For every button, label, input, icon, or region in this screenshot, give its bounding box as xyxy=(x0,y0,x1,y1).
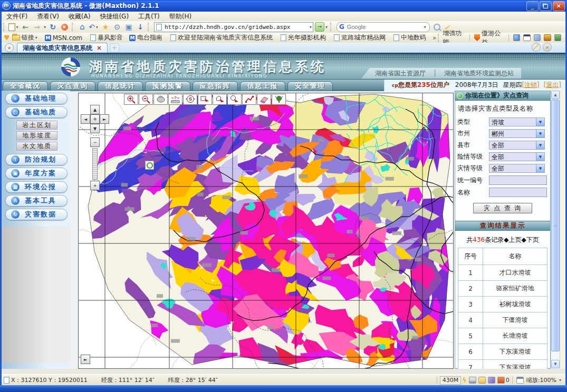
go-button[interactable]: → xyxy=(315,22,324,32)
location-marker-icon[interactable] xyxy=(145,161,154,170)
address-dropdown-icon[interactable]: ▾ xyxy=(309,25,313,30)
proxy-icon[interactable] xyxy=(513,34,520,41)
tabbar-tools-button[interactable] xyxy=(532,43,541,52)
disaster-level-select[interactable]: 全部▼ xyxy=(489,164,545,173)
zoom-slider-plus-button[interactable]: + xyxy=(90,181,100,190)
history-dropdown-icon[interactable]: ▾ xyxy=(43,22,47,32)
table-row[interactable]: 2骆家恒矿滑地 xyxy=(458,281,547,297)
zoom-slider-minus-button[interactable]: − xyxy=(90,138,100,147)
county-select[interactable]: 全部▼ xyxy=(489,141,545,150)
print-icon[interactable] xyxy=(469,377,476,384)
tab-active[interactable]: 湖南省地质灾害信息系统 × xyxy=(17,43,108,53)
pan-right-button[interactable]: ► xyxy=(100,114,109,124)
zoom-in-tool[interactable] xyxy=(124,94,138,105)
plugin-icon[interactable] xyxy=(544,34,551,41)
link-item[interactable]: 欢迎登陆湖南省地质灾害信息系统 xyxy=(169,33,273,42)
restore-button[interactable] xyxy=(540,1,552,11)
refresh-button[interactable]: ↻ xyxy=(47,22,59,32)
scale-tool[interactable]: S xyxy=(183,94,197,105)
nav-tab-report[interactable]: 信息上报 xyxy=(240,81,285,91)
book-icon[interactable] xyxy=(488,377,495,384)
tab-close-icon[interactable]: × xyxy=(97,44,102,52)
sidebar-item-annual-plan[interactable]: ▣年度方案 xyxy=(5,168,68,179)
sidebar-subitem-terrain-slope[interactable]: 地形坡度 xyxy=(16,131,57,140)
menu-groups[interactable]: 快捷组(G) xyxy=(95,12,133,21)
sidebar-subitem-hydrogeology[interactable]: 水文地质 xyxy=(16,142,57,151)
link-item[interactable]: 览路城市精品网 xyxy=(332,33,386,42)
folder-icon[interactable] xyxy=(478,377,486,384)
table-row[interactable]: 6下东溪滑坡 xyxy=(458,344,547,360)
pan-tool[interactable] xyxy=(153,94,168,105)
boost-icon[interactable]: ϟ xyxy=(462,376,467,384)
stop-button[interactable]: × xyxy=(59,22,70,32)
home-button[interactable]: ⌂ xyxy=(76,22,88,32)
tab-list-star-button[interactable]: ★ xyxy=(5,43,14,52)
zoom-slider[interactable] xyxy=(92,148,98,180)
link-item[interactable]: MMSN.com xyxy=(45,34,82,42)
links-overflow-button[interactable]: » xyxy=(433,34,436,42)
sidebar-item-disaster-data[interactable]: ↻灾害数据 xyxy=(5,209,68,220)
table-row[interactable]: 5长塘滑坡 xyxy=(458,328,547,344)
menu-file[interactable]: 文件(F) xyxy=(2,12,32,21)
pan-center-button[interactable]: ✛ xyxy=(90,114,100,124)
sidebar-item-prevention-plan[interactable]: T防治规划 xyxy=(5,154,68,165)
nav-tab-statistics[interactable]: 信息统计 xyxy=(98,81,143,91)
menu-view[interactable]: 查看(V) xyxy=(32,12,64,21)
name-input[interactable] xyxy=(489,188,547,197)
table-row[interactable]: 7下东溪滑坡 xyxy=(458,360,547,369)
links-folder[interactable]: 链接▾ xyxy=(12,33,39,42)
pan-down-button[interactable]: ▼ xyxy=(90,124,100,133)
undo-button[interactable]: ↶▾ xyxy=(88,22,100,32)
menu-tools[interactable]: 工具(T) xyxy=(133,12,165,21)
scroll-up-button[interactable]: ▲ xyxy=(551,91,560,99)
eraser-tool[interactable] xyxy=(257,94,271,105)
link-item[interactable]: 光年摄影机构 xyxy=(279,33,326,42)
map-container[interactable]: ? S ▲ ◄ ✛ ► ▼ − + ► xyxy=(78,93,454,369)
magic-wand-button[interactable]: ★ xyxy=(100,22,111,32)
favorites-heart-icon[interactable]: ♥ xyxy=(4,34,10,42)
exit-link[interactable]: [退出] xyxy=(544,81,561,89)
menu-help[interactable]: 帮助(H) xyxy=(165,12,196,21)
search-input[interactable] xyxy=(346,23,423,31)
scroll-down-button[interactable]: ▼ xyxy=(551,360,560,368)
link-item[interactable]: 中地数码 xyxy=(392,33,426,42)
pan-bottom-left-button[interactable]: ► xyxy=(81,355,90,364)
new-tab-button[interactable]: + xyxy=(110,43,119,52)
address-input[interactable] xyxy=(164,23,309,31)
zoom-out-tool[interactable] xyxy=(139,94,153,105)
select-rectangle-tool[interactable] xyxy=(198,94,212,105)
table-row[interactable]: 1才口水滑坡 xyxy=(458,265,547,281)
menu-favorites[interactable]: 收藏(A) xyxy=(64,12,95,21)
danger-level-select[interactable]: 全部▼ xyxy=(489,152,545,161)
sidebar-item-env-bulletin[interactable]: ▦环境公报 xyxy=(5,181,68,193)
search-icon[interactable] xyxy=(434,24,440,31)
link-item[interactable]: 暴风影音 xyxy=(89,33,123,42)
prev-page-link[interactable]: ◆上页 xyxy=(504,236,521,243)
logout-link[interactable]: [注销] xyxy=(522,81,539,89)
forward-button[interactable]: → xyxy=(31,22,43,32)
disaster-query-button[interactable]: 灾 点 查 询 xyxy=(473,203,532,213)
history-button[interactable]: ⊙ xyxy=(111,22,123,32)
nav-tab-security[interactable]: 安全管理 xyxy=(287,81,333,91)
link-item[interactable]: M电台指南 xyxy=(129,33,162,42)
pan-left-button[interactable]: ◄ xyxy=(81,114,90,124)
select-polygon-tool[interactable] xyxy=(213,94,227,105)
search-box[interactable]: G ▾ xyxy=(337,22,430,32)
geological-map-canvas[interactable] xyxy=(79,93,453,368)
sidebar-item-basic-tools[interactable]: A基本工具 xyxy=(5,195,68,207)
sidebar-item-base-geology[interactable]: □基础地质 xyxy=(5,106,68,118)
table-row[interactable]: 4下僵滑坡 xyxy=(458,312,547,328)
search-engine-dropdown-icon[interactable]: ▾ xyxy=(423,25,427,30)
go-dropdown-icon[interactable]: ▾ xyxy=(324,25,329,30)
unified-id-input[interactable] xyxy=(489,175,547,185)
land-resources-link[interactable]: 湖南省国土资源厅 xyxy=(375,70,426,77)
sidebar-item-base-geography[interactable]: »基础地理 xyxy=(5,93,68,104)
nav-tab-disaster-query[interactable]: 灾点查询 xyxy=(50,81,95,91)
minimize-button[interactable]: _ xyxy=(526,1,539,11)
screenshot-icon[interactable] xyxy=(497,377,505,384)
notes-icon[interactable] xyxy=(534,34,541,41)
site-icon[interactable] xyxy=(554,34,561,41)
geo-env-station-link[interactable]: 湖南省地质环境监测总站 xyxy=(444,70,514,77)
scrollbar-thumb[interactable]: = xyxy=(551,100,560,351)
window-mode-icon[interactable] xyxy=(523,34,530,41)
